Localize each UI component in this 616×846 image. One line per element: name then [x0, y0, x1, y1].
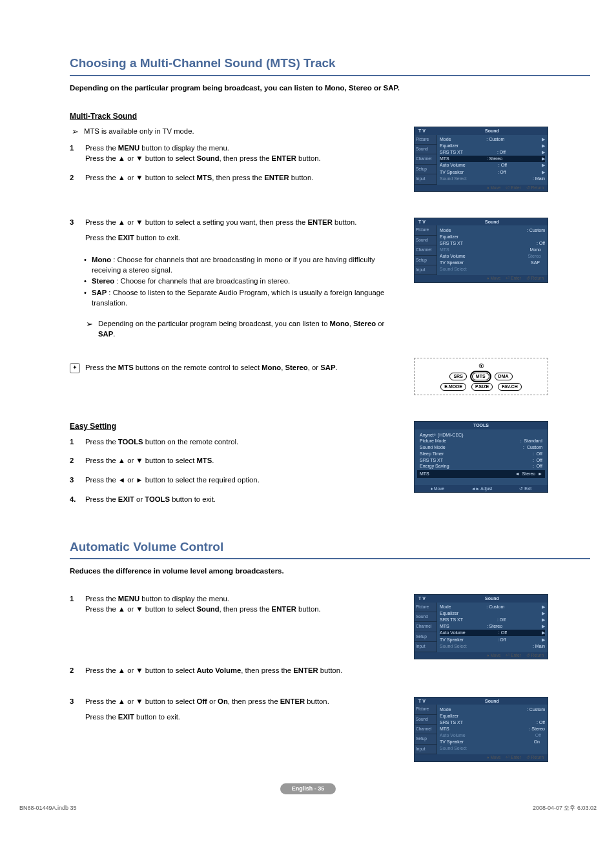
step-number: 2: [70, 666, 79, 676]
t: or: [376, 320, 384, 327]
kw-mts: MTS: [196, 174, 212, 181]
t: button.: [333, 218, 357, 226]
step-number: 3: [70, 697, 79, 707]
osd-side-item: Setup: [415, 632, 436, 642]
kw-stereo: Stereo: [92, 277, 114, 285]
tools-row-value: Off: [537, 464, 542, 468]
step-number: 2: [70, 173, 79, 183]
subhead-easy: Easy Setting: [70, 421, 402, 432]
remote-btn-srs: SRS: [449, 373, 466, 380]
kw-enter: ENTER: [280, 697, 305, 705]
kw-sap: SAP: [98, 330, 113, 338]
kw-tools: TOOLS: [118, 438, 143, 446]
osd-opt-off: Off: [531, 732, 545, 738]
osd-row-value: : Custom: [486, 136, 504, 142]
kw-exit: EXIT: [118, 234, 134, 242]
osd-side-item: Channel: [415, 725, 436, 734]
intro-autovol: Reduces the difference in volume level a…: [70, 566, 590, 576]
note-text: MTS is available only in TV mode.: [84, 127, 194, 137]
t: : Choose for channels that are broadcast…: [92, 256, 375, 274]
osd-row-label: TV Speaker: [440, 260, 464, 265]
step-number: 2: [70, 456, 79, 466]
t: : Choose to listen to the Separate Audio…: [92, 289, 384, 307]
osd-side-item: Picture: [415, 225, 436, 235]
osd-row-label: Mode: [440, 604, 451, 610]
bullet-icon: •: [84, 288, 89, 309]
chevron-right-icon: ▶: [540, 630, 545, 635]
tools-row-label: Anynet+ (HDMI-CEC): [420, 432, 463, 438]
osd-side-item: Channel: [415, 622, 436, 632]
tools-row-value: Stereo: [522, 471, 536, 476]
pointer-icon: ➢: [70, 127, 80, 137]
osd-row-label: SRS TS XT: [440, 240, 463, 246]
osd-tv-label: T V: [415, 697, 436, 705]
tools-row-label: SRS TS XT: [420, 457, 443, 464]
osd-tools-menu: TOOLS Anynet+ (HDMI-CEC) Picture Mode: S…: [414, 421, 548, 493]
chevron-right-icon: ▶: [540, 623, 545, 629]
t: button.: [296, 605, 321, 613]
kw-menu: MENU: [118, 144, 139, 152]
osd-row-value: : Off: [497, 637, 506, 643]
osd-side-item: Channel: [415, 245, 436, 255]
osd-row-label: Auto Volume: [440, 630, 466, 635]
t: Press the: [85, 495, 118, 503]
t: Press the ▲ or ▼ button to select: [85, 666, 196, 674]
osd-foot-move: ♦ Move: [487, 276, 500, 281]
osd-row-label: SRS TS XT: [440, 617, 463, 623]
t: button.: [289, 174, 314, 181]
t: button.: [318, 666, 343, 674]
osd-sidebar: Picture Sound Channel Setup Input: [415, 705, 437, 754]
kw-enter: ENTER: [272, 605, 296, 613]
osd-row-label: Sound Select: [440, 176, 467, 181]
osd-side-item: Setup: [415, 734, 436, 744]
kw-enter: ENTER: [272, 154, 296, 162]
t: Press the: [85, 438, 118, 446]
osd-row-value: : Off: [497, 617, 506, 623]
osd-side-item: Channel: [415, 154, 436, 164]
osd-title: Sound: [436, 127, 548, 134]
osd-side-item: Input: [415, 174, 436, 184]
step-number: 4.: [70, 495, 79, 505]
osd-side-item: Sound: [415, 612, 436, 622]
osd-tv-label: T V: [415, 218, 436, 225]
osd-foot-enter: ⏎ Enter: [506, 653, 520, 658]
t: Depending on the particular program bein…: [98, 320, 330, 327]
chevron-right-icon: ▶: [540, 637, 545, 643]
page-number: English - 35: [280, 783, 336, 794]
osd-foot-return: ↺ Return: [526, 755, 544, 760]
t: button.: [305, 697, 329, 705]
osd-side-item: Input: [415, 642, 436, 652]
tools-foot-move: ♦ Move: [431, 486, 444, 491]
kw-autovol: Auto Volume: [196, 666, 241, 674]
t: buttons on the remote control to select: [134, 364, 262, 371]
t: Press the ◄ or ► button to select the re…: [85, 475, 402, 486]
kw-mono: Mono: [262, 364, 281, 371]
osd-row-value: : Off: [537, 240, 545, 246]
kw-exit: EXIT: [118, 713, 134, 721]
t: button to display the menu.: [139, 144, 229, 152]
t: .: [212, 457, 214, 464]
t: Press the ▲ or ▼ button to select a sett…: [85, 218, 308, 226]
easy-step-2: 2Press the ▲ or ▼ button to select MTS.: [70, 456, 402, 466]
osd-side-item: Input: [415, 745, 436, 754]
kw-mono: Mono: [330, 320, 349, 327]
t: .: [113, 330, 115, 338]
osd-side-item: Input: [415, 265, 436, 275]
osd-row-label: TV Speaker: [440, 739, 464, 745]
mode-descriptions: •Mono : Choose for channels that are bro…: [84, 253, 402, 313]
osd-opt-mono: Mono: [526, 247, 545, 253]
t: , then press the: [212, 174, 264, 181]
tools-foot-exit: ↺ Exit: [519, 486, 531, 491]
t: Press the: [85, 364, 118, 371]
chevron-right-icon: ▶: [540, 617, 545, 623]
kw-exit: EXIT: [118, 495, 134, 503]
remote-btn-mts: MTS: [472, 373, 489, 380]
easy-step-3: 3Press the ◄ or ► button to select the r…: [70, 475, 402, 486]
osd-foot-return: ↺ Return: [526, 185, 544, 191]
av-step-1: 1 Press the MENU button to display the m…: [70, 594, 402, 615]
osd-title: Sound: [436, 697, 548, 705]
tools-row-value: Off: [537, 451, 542, 456]
tools-row-label: Energy Saving: [420, 463, 449, 469]
osd-tv-label: T V: [415, 127, 436, 134]
osd-side-item: Picture: [415, 705, 436, 714]
